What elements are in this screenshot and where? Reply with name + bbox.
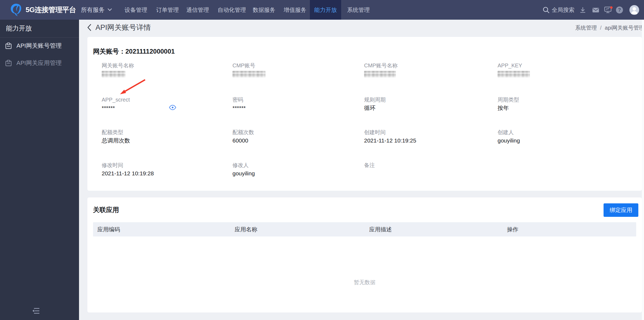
column-header-app-name: 应用名称 xyxy=(235,222,257,236)
sidebar-item-label: API网关应用管理 xyxy=(16,59,61,67)
column-header-app-desc: 应用描述 xyxy=(369,222,392,236)
field-label: 配额类型 xyxy=(102,129,228,136)
user-icon xyxy=(629,5,639,15)
sidebar-item-api-gateway-account[interactable]: API网关账号管理 xyxy=(5,42,61,50)
field-label: 修改人 xyxy=(232,162,359,169)
gateway-account-number: 20211112000001 xyxy=(125,48,175,55)
column-header-actions: 操作 xyxy=(507,222,518,236)
back-button[interactable] xyxy=(87,23,92,32)
field-value: 循环 xyxy=(364,104,491,112)
field-label: APP_KEY xyxy=(498,62,624,69)
nav-value-service[interactable]: 增值服务 xyxy=(284,0,306,20)
table-header-row: 应用编码 应用名称 应用描述 操作 xyxy=(93,222,636,236)
notification-dot xyxy=(610,6,613,9)
field-value: 按年 xyxy=(498,104,624,112)
field-label: CMP账号名称 xyxy=(364,62,491,69)
brand-title: 5G连接管理平台 xyxy=(26,0,76,20)
help-icon[interactable]: ? xyxy=(616,0,623,20)
monitor-notification-icon[interactable] xyxy=(604,0,613,20)
field-label: 周期类型 xyxy=(498,96,624,103)
chevron-down-icon xyxy=(107,8,112,11)
field-label: 修改时间 xyxy=(102,162,228,169)
gateway-account-detail-card: 网关账号：20211112000001 网关账号名称 CMP账号 CMP账号名称… xyxy=(87,37,642,191)
global-search[interactable]: 全局搜索 xyxy=(543,0,574,20)
gateway-account-title: 网关账号：20211112000001 xyxy=(93,47,175,56)
sidebar-section-title: 能力开放 xyxy=(6,24,32,33)
related-apps-card: 关联应用 绑定应用 应用编码 应用名称 应用描述 操作 暂无数据 xyxy=(87,197,642,312)
vertical-scrollbar[interactable] xyxy=(642,20,644,320)
avatar[interactable] xyxy=(629,0,639,20)
related-apps-title: 关联应用 xyxy=(93,206,119,214)
nav-comm-mgmt[interactable]: 通信管理 xyxy=(186,0,209,20)
top-navbar: 5G连接管理平台 所有服务 设备管理 订单管理 通信管理 自动化管理 数据服务 … xyxy=(0,0,644,20)
clipboard-icon xyxy=(5,42,12,50)
search-label: 全局搜索 xyxy=(552,6,574,14)
field-value: gouyiling xyxy=(232,170,359,177)
field-label: 创建人 xyxy=(498,129,624,136)
breadcrumb-current: api网关账号管理 xyxy=(605,25,644,31)
nav-data-service[interactable]: 数据服务 xyxy=(253,0,275,20)
sidebar-collapse-icon[interactable] xyxy=(32,307,40,314)
field-value: gouyiling xyxy=(498,137,624,144)
download-icon[interactable] xyxy=(579,0,586,20)
sidebar-item-api-gateway-app[interactable]: API网关应用管理 xyxy=(5,59,61,67)
sidebar-item-label: API网关账号管理 xyxy=(16,42,61,50)
clipboard-icon xyxy=(5,60,12,67)
nav-order-mgmt[interactable]: 订单管理 xyxy=(156,0,179,20)
masked-value xyxy=(232,71,265,77)
sidebar-divider xyxy=(0,37,79,38)
field-value: 总调用次数 xyxy=(102,137,228,144)
field-value: ****** xyxy=(232,104,359,112)
page-title: API网关账号详情 xyxy=(95,23,151,32)
field-label-app-secret: APP_screct xyxy=(102,96,228,103)
field-label: 备注 xyxy=(364,162,491,169)
empty-state-text: 暂无数据 xyxy=(87,279,642,286)
field-value: ****** xyxy=(102,104,228,112)
field-value: 2021-11-12 10:19:28 xyxy=(102,170,228,177)
masked-value xyxy=(102,71,125,77)
field-value: 2021-11-12 10:19:25 xyxy=(364,137,491,144)
eye-icon[interactable] xyxy=(169,105,176,110)
sidebar: 能力开放 API网关账号管理 API网关应用管理 xyxy=(0,20,79,320)
nav-all-services[interactable]: 所有服务 xyxy=(81,0,112,20)
platform-logo-icon xyxy=(9,3,23,17)
nav-system-mgmt[interactable]: 系统管理 xyxy=(347,0,370,20)
nav-capability-open[interactable]: 能力开放 xyxy=(310,0,341,20)
breadcrumb-parent[interactable]: 系统管理 xyxy=(575,25,597,31)
field-label: 规则周期 xyxy=(364,96,491,103)
search-icon xyxy=(543,6,550,13)
masked-value xyxy=(364,71,396,77)
field-label: CMP账号 xyxy=(232,62,359,69)
masked-value xyxy=(498,71,530,77)
column-header-app-code: 应用编码 xyxy=(97,222,120,236)
field-label: 配额次数 xyxy=(232,129,359,136)
field-value: 60000 xyxy=(232,137,359,144)
mail-icon[interactable] xyxy=(592,0,600,20)
nav-automation-mgmt[interactable]: 自动化管理 xyxy=(218,0,246,20)
breadcrumb: 系统管理/api网关账号管理 xyxy=(575,24,644,32)
field-label: 密码 xyxy=(232,96,359,103)
nav-device-mgmt[interactable]: 设备管理 xyxy=(125,0,147,20)
field-label: 网关账号名称 xyxy=(102,62,228,69)
bind-app-button[interactable]: 绑定应用 xyxy=(604,203,638,217)
breadcrumb-separator: / xyxy=(600,25,602,31)
field-label: 创建时间 xyxy=(364,129,491,136)
